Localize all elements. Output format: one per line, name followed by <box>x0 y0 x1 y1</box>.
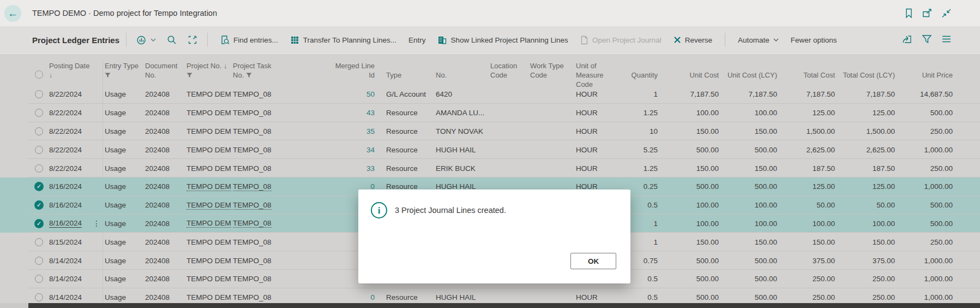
cell-quantity[interactable]: 1.25 <box>614 159 658 177</box>
column-header-unit_cost_lcy[interactable]: Unit Cost (LCY) <box>719 61 777 80</box>
table-row[interactable]: 8/22/2024Usage202408TEMPO DEMOTEMPO_0835… <box>0 122 980 141</box>
cell-work_type_code[interactable] <box>530 104 574 122</box>
cell-work_type_code[interactable] <box>530 140 574 159</box>
cell-unit_price[interactable]: 500.00 <box>895 196 953 215</box>
cell-document_no[interactable]: 202408 <box>145 122 184 141</box>
cell-unit_cost[interactable]: 7,187.50 <box>658 85 719 104</box>
cell-unit_cost[interactable]: 100.00 <box>658 104 719 122</box>
cell-unit_cost[interactable]: 500.00 <box>658 177 719 196</box>
cell-unit_cost[interactable]: 500.00 <box>658 270 719 288</box>
cell-quantity[interactable]: 10 <box>614 122 658 141</box>
cell-unit_of_measure_code[interactable]: HOUR <box>576 159 612 177</box>
cell-total_cost[interactable]: 100.00 <box>777 215 835 233</box>
action-open-project-journal[interactable]: Open Project Journal <box>580 35 662 45</box>
cell-project_no[interactable]: TEMPO DEMO <box>187 85 231 104</box>
cell-work_type_code[interactable] <box>530 122 574 141</box>
action-entry[interactable]: Entry <box>408 36 426 44</box>
table-row[interactable]: 8/22/2024Usage202408TEMPO DEMOTEMPO_0843… <box>0 104 980 122</box>
cell-unit_price[interactable]: 250.00 <box>895 233 953 251</box>
column-header-no[interactable]: No. <box>436 61 488 80</box>
cell-project_task_no[interactable]: TEMPO_08 <box>233 140 287 159</box>
cell-posting_date[interactable]: 8/22/2024 <box>49 104 101 122</box>
cell-unit_cost_lcy[interactable]: 500.00 <box>719 251 777 270</box>
table-row[interactable]: 8/22/2024Usage202408TEMPO DEMOTEMPO_0850… <box>0 85 980 104</box>
cell-unit_cost[interactable]: 500.00 <box>658 140 719 159</box>
cell-work_type_code[interactable] <box>530 159 574 177</box>
row-select-radio[interactable] <box>35 275 43 283</box>
cell-unit_price[interactable]: 1,000.00 <box>895 140 953 159</box>
cell-total_cost_lcy[interactable]: 125.00 <box>835 177 895 196</box>
cell-posting_date[interactable]: 8/16/2024 <box>49 177 101 196</box>
cell-unit_cost_lcy[interactable]: 150.00 <box>719 233 777 251</box>
cell-project_no[interactable]: TEMPO DEMO <box>187 159 231 177</box>
cell-unit_price[interactable]: 500.00 <box>895 104 953 122</box>
row-select-radio[interactable] <box>35 109 43 117</box>
cell-total_cost_lcy[interactable]: 125.00 <box>835 104 895 122</box>
column-header-entry_type[interactable]: Entry Type <box>105 61 143 80</box>
action-reverse[interactable]: Reverse <box>674 36 712 44</box>
merged-line-link[interactable]: 35 <box>366 127 375 135</box>
analyze-icon[interactable] <box>136 35 156 45</box>
collapse-icon[interactable] <box>941 8 952 18</box>
cell-no[interactable]: 6420 <box>436 85 488 104</box>
cell-total_cost_lcy[interactable]: 187.50 <box>835 159 895 177</box>
cell-posting_date[interactable]: 8/22/2024 <box>49 122 101 141</box>
cell-project_task_no[interactable]: TEMPO_08 <box>233 251 287 270</box>
cell-unit_price[interactable]: 500.00 <box>895 215 953 233</box>
cell-document_no[interactable]: 202408 <box>145 215 184 233</box>
cell-unit_cost[interactable]: 100.00 <box>658 215 719 233</box>
column-header-project_no[interactable]: Project No. ↓ <box>187 61 231 80</box>
cell-project_no[interactable]: TEMPO DEMO <box>187 122 231 141</box>
cell-location_code[interactable] <box>490 140 528 159</box>
cell-merged_line_id[interactable]: 35 <box>290 122 375 141</box>
search-icon[interactable] <box>167 35 177 45</box>
row-select-radio[interactable] <box>35 164 43 173</box>
cell-unit_price[interactable]: 250.00 <box>895 122 953 141</box>
cell-project_task_no[interactable]: TEMPO_08 <box>233 122 287 141</box>
cell-merged_line_id[interactable]: 33 <box>290 159 375 177</box>
cell-entry_type[interactable]: Usage <box>105 270 143 288</box>
cell-entry_type[interactable]: Usage <box>105 233 143 251</box>
table-row[interactable]: 8/22/2024Usage202408TEMPO DEMOTEMPO_0834… <box>0 140 980 159</box>
table-row[interactable]: 8/22/2024Usage202408TEMPO DEMOTEMPO_0833… <box>0 159 980 177</box>
focus-mode-icon[interactable] <box>188 35 197 45</box>
cell-no[interactable]: ERIK BUCK <box>436 159 488 177</box>
cell-total_cost[interactable]: 7,187.50 <box>777 85 835 104</box>
cell-document_no[interactable]: 202408 <box>145 85 184 104</box>
cell-merged_line_id[interactable]: 50 <box>290 85 375 104</box>
column-header-project_task_no[interactable]: Project TaskNo. <box>233 61 287 80</box>
cell-total_cost_lcy[interactable]: 150.00 <box>835 233 895 251</box>
row-selected-check-icon[interactable]: ✓ <box>34 219 44 228</box>
row-selected-check-icon[interactable]: ✓ <box>34 182 44 191</box>
bookmark-icon[interactable] <box>904 8 913 19</box>
cell-total_cost[interactable]: 150.00 <box>777 233 835 251</box>
action-find-entries[interactable]: Find entries... <box>220 35 278 45</box>
cell-unit_cost[interactable]: 500.00 <box>658 251 719 270</box>
cell-unit_cost_lcy[interactable]: 150.00 <box>719 159 777 177</box>
cell-project_task_no[interactable]: TEMPO_08 <box>233 215 287 233</box>
cell-unit_cost_lcy[interactable]: 500.00 <box>719 270 777 288</box>
row-select-radio[interactable] <box>35 238 43 246</box>
cell-type[interactable]: G/L Account <box>386 85 434 104</box>
cell-project_task_no[interactable]: TEMPO_08 <box>233 85 287 104</box>
cell-posting_date[interactable]: 8/14/2024 <box>49 270 101 288</box>
column-header-merged_line_id[interactable]: Merged LineId <box>290 61 375 80</box>
ok-button[interactable]: OK <box>570 253 616 269</box>
cell-merged_line_id[interactable]: 43 <box>290 104 375 122</box>
cell-total_cost[interactable]: 50.00 <box>777 196 835 215</box>
cell-unit_cost[interactable]: 150.00 <box>658 159 719 177</box>
column-header-work_type_code[interactable]: Work TypeCode <box>530 61 574 80</box>
cell-entry_type[interactable]: Usage <box>105 104 143 122</box>
cell-entry_type[interactable]: Usage <box>105 122 143 141</box>
merged-line-link[interactable]: 50 <box>366 90 375 98</box>
cell-location_code[interactable] <box>490 104 528 122</box>
cell-work_type_code[interactable] <box>530 85 574 104</box>
action-fewer-options[interactable]: Fewer options <box>791 36 837 44</box>
merged-line-link[interactable]: 43 <box>366 109 375 117</box>
cell-posting_date[interactable]: 8/22/2024 <box>49 159 101 177</box>
cell-no[interactable]: TONY NOVAK <box>436 122 488 141</box>
cell-unit_of_measure_code[interactable]: HOUR <box>576 140 612 159</box>
list-icon[interactable] <box>941 35 952 45</box>
cell-project_no[interactable]: TEMPO DEMO <box>187 104 231 122</box>
merged-line-link[interactable]: 34 <box>366 146 375 154</box>
